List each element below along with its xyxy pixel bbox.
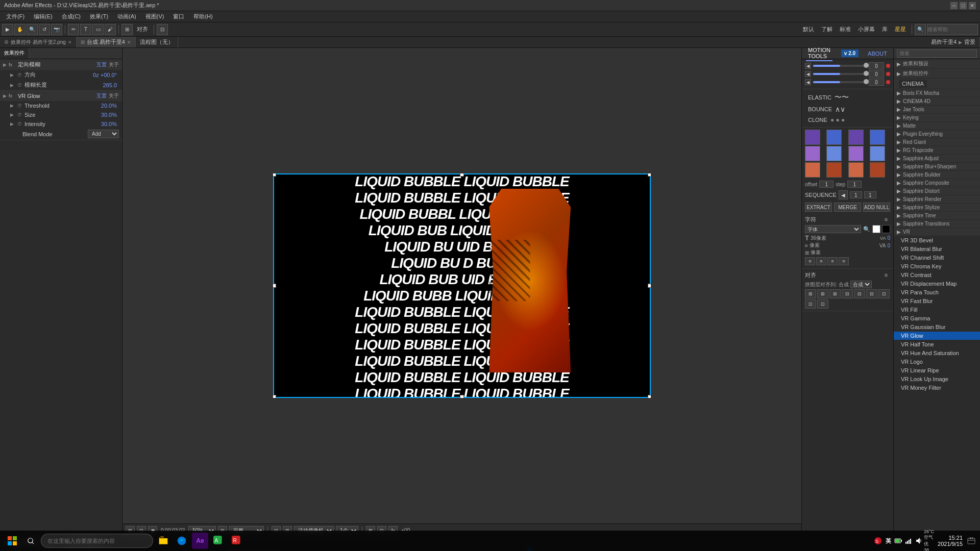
tab-fx-close[interactable]: ✕	[68, 40, 72, 45]
extract-btn[interactable]: EXTRACT	[805, 203, 832, 212]
mt-slider-2[interactable]	[813, 73, 867, 75]
size-value[interactable]: 30.0%	[101, 112, 117, 118]
tab-comp-nav[interactable]: 易炸千里4 ▶ 背景	[927, 37, 980, 47]
tool-pen[interactable]: ✏	[68, 24, 79, 35]
plugin-group-vr[interactable]: ▶ 效果组控件	[894, 69, 980, 79]
tool-select[interactable]: ▶	[2, 24, 13, 35]
plugin-sapphire-time[interactable]: ▶ Sapphire Time	[894, 212, 980, 220]
font-color-box-2[interactable]	[882, 225, 890, 233]
plugin-sapphire-stylize[interactable]: ▶ Sapphire Stylize	[894, 204, 980, 212]
offset-input[interactable]	[819, 181, 834, 188]
taskbar-edge-icon[interactable]	[174, 533, 190, 549]
align-ml-btn[interactable]: ⊟	[842, 289, 853, 298]
mt-value-2[interactable]	[869, 70, 884, 78]
plugin-boris-header[interactable]: ▶ Boris FX Mocha	[894, 89, 980, 97]
workspace-small[interactable]: 小屏幕	[855, 26, 878, 33]
tab-flow[interactable]: 流程图（无）	[136, 37, 178, 47]
search-btn[interactable]: 🔍	[915, 24, 926, 35]
tool-align[interactable]: ⊞	[121, 24, 133, 35]
start-button[interactable]	[4, 533, 20, 549]
seq-input-1[interactable]	[850, 191, 862, 198]
distribute-select[interactable]: 合成	[850, 281, 872, 288]
vr-glow-header[interactable]: ▶ fx VR Glow 互置 关于	[0, 91, 122, 101]
vr-reset-btn[interactable]: 互置	[96, 92, 107, 99]
tool-camera[interactable]: 📷	[51, 24, 62, 35]
plugin-vr-para[interactable]: VR Para Touch	[894, 288, 980, 297]
menu-edit[interactable]: 编辑(E)	[30, 12, 57, 21]
menu-help[interactable]: 帮助(H)	[189, 12, 216, 21]
color-cell-11[interactable]	[848, 162, 864, 178]
plugin-group-effects[interactable]: ▶ 效果和预设	[894, 59, 980, 69]
mt-value-1[interactable]	[869, 62, 884, 69]
color-cell-10[interactable]	[826, 162, 842, 178]
color-cell-8[interactable]	[870, 146, 885, 161]
tray-sogou[interactable]: S	[873, 536, 883, 545]
plugin-sapphire-builder[interactable]: ▶ Sapphire Builder	[894, 171, 980, 179]
menu-file[interactable]: 文件(F)	[2, 12, 29, 21]
merge-btn[interactable]: MERGE	[834, 203, 861, 212]
plugin-sapphire-sharpen[interactable]: ▶ Sapphire Blur+Sharpen	[894, 163, 980, 171]
color-cell-7[interactable]	[848, 146, 864, 161]
mt-arrow-left-3[interactable]: ◀	[805, 79, 811, 85]
plugin-sapphire-composite[interactable]: ▶ Sapphire Composite	[894, 179, 980, 187]
tray-network[interactable]	[904, 536, 913, 545]
plugin-vr-linear-ripe[interactable]: VR Linear Ripe	[894, 366, 980, 375]
plugin-vr-glow[interactable]: VR Glow	[894, 332, 980, 340]
window-controls[interactable]: ─ □ ✕	[950, 2, 976, 9]
tray-calendar[interactable]	[967, 536, 976, 545]
plugin-vr-displacement[interactable]: VR Displacement Map	[894, 280, 980, 288]
tool-hand[interactable]: ✋	[14, 24, 26, 35]
menu-effects[interactable]: 效果(T)	[86, 12, 112, 21]
plugin-vr-fill[interactable]: VR Fill	[894, 306, 980, 314]
taskbar-search-input[interactable]	[41, 534, 153, 548]
blend-mode-select[interactable]: Add Normal Screen	[88, 130, 119, 138]
plugin-vr-contrast[interactable]: VR Contrast	[894, 271, 980, 280]
color-cell-3[interactable]	[848, 130, 864, 145]
plugin-vr-3d-bevel[interactable]: VR 3D Bevel	[894, 236, 980, 245]
align-mr-btn[interactable]: ⊟	[866, 289, 877, 298]
font-search-icon[interactable]: 🔍	[863, 225, 871, 233]
plugin-vr-chroma[interactable]: VR Chroma Key	[894, 262, 980, 271]
align-mc-btn[interactable]: ⊟	[854, 289, 865, 298]
plugin-vr-half-tone[interactable]: VR Half Tone	[894, 340, 980, 349]
taskbar-search-area[interactable]	[22, 533, 39, 549]
menu-window[interactable]: 窗口	[169, 12, 188, 21]
dir-reset-btn[interactable]: 互置	[96, 61, 107, 68]
align-tc-btn[interactable]: ⊞	[817, 289, 828, 298]
tool-zoom[interactable]: 🔍	[27, 24, 38, 35]
mt-arrow-left-1[interactable]: ◀	[805, 63, 811, 69]
tool-brush[interactable]: 🖌	[105, 24, 116, 35]
plugin-sapphire-transitions[interactable]: ▶ Sapphire Transitions	[894, 220, 980, 228]
menu-animate[interactable]: 动画(A)	[113, 12, 140, 21]
tray-battery[interactable]	[894, 536, 903, 545]
composition-viewer[interactable]: LIQUID BUBBLE LIQUID BUBBLE LIQUID BUBBL…	[122, 48, 801, 523]
color-cell-12[interactable]	[870, 162, 885, 178]
close-button[interactable]: ✕	[969, 2, 976, 9]
plugin-search-input[interactable]	[897, 49, 977, 58]
plugin-vr-gamma[interactable]: VR Gamma	[894, 314, 980, 323]
color-cell-9[interactable]	[805, 162, 820, 178]
plugin-vr-channel[interactable]: VR Channel Shift	[894, 254, 980, 262]
plugin-vr-logo[interactable]: VR Logo	[894, 358, 980, 366]
menu-compose[interactable]: 合成(C)	[58, 12, 85, 21]
mt-tab-about[interactable]: ABOUT	[866, 49, 889, 58]
align-bl-btn[interactable]: ⊡	[878, 289, 890, 298]
plugin-group-3d[interactable]: CINEMA	[894, 79, 980, 89]
mt-arrow-left-2[interactable]: ◀	[805, 71, 811, 77]
plugin-matte-header[interactable]: ▶ Matte	[894, 122, 980, 130]
plugin-vr-bilateral[interactable]: VR Bilateral Blur	[894, 245, 980, 254]
align-right-btn[interactable]: ≡	[827, 257, 838, 265]
tray-volume[interactable]	[914, 536, 923, 545]
mt-slider-1[interactable]	[813, 65, 867, 67]
align-justify-btn[interactable]: ≡	[839, 257, 849, 265]
font-select[interactable]: 字体	[805, 225, 861, 233]
workspace-standard[interactable]: 标准	[837, 26, 854, 33]
plugin-jae-header[interactable]: ▶ Jae Tools	[894, 106, 980, 114]
color-cell-2[interactable]	[826, 130, 842, 145]
snap-btn[interactable]: ⊡	[157, 24, 168, 35]
mt-slider-thumb-2[interactable]	[864, 71, 869, 76]
step-input[interactable]	[847, 181, 862, 188]
color-cell-4[interactable]	[870, 130, 885, 145]
plugin-sapphire-adjust[interactable]: ▶ Sapphire Adjust	[894, 155, 980, 163]
color-cell-5[interactable]	[805, 146, 820, 161]
